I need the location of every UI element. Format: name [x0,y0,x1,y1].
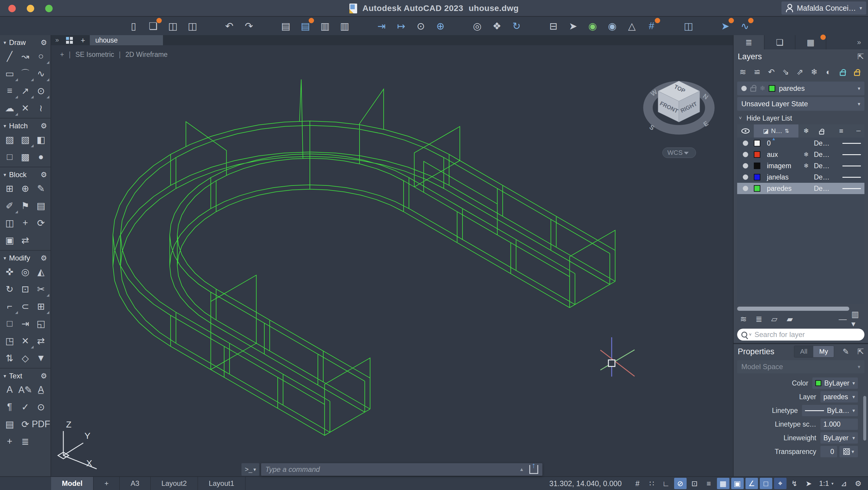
history-up-icon[interactable]: ▲ [519,467,524,472]
dynamic-input-icon[interactable]: ↯ [788,478,801,489]
selection-cycling-icon[interactable]: ▣ [731,478,744,489]
layout-grid-icon[interactable] [66,37,73,44]
object-snap-icon[interactable]: ⌖ [774,478,786,489]
vertical-scrollbar[interactable] [863,396,866,440]
point-style-icon[interactable]: ▼ [34,352,48,364]
transparency-pattern-button[interactable]: ▾ [839,446,858,457]
selection-dropdown[interactable]: Model Space ▾ [737,360,864,373]
array-icon[interactable]: ⊞ [34,300,48,313]
layer-search-input[interactable] [754,330,860,339]
update-text-icon[interactable]: ⟳ [18,418,32,430]
edit-properties-icon[interactable]: ✎ [842,347,849,356]
view-control[interactable]: SE Isometric [75,51,114,59]
customization-icon[interactable]: ⚙ [852,478,864,489]
create-block-icon[interactable]: ⊕ [18,182,32,195]
property-field-layer[interactable]: paredes▾ [820,391,858,402]
more-tools-icon[interactable]: + [2,435,17,448]
snap-mode-icon[interactable]: ∷ [646,478,658,489]
move-icon[interactable]: ✜ [2,265,17,278]
save-icon[interactable]: ◫ [164,19,181,33]
layer-color-swatch[interactable] [754,174,761,180]
attribute-table-icon[interactable]: ▤ [34,199,48,212]
fillet-icon[interactable]: ⌐ [2,300,17,313]
angle-tracking-icon[interactable]: ∠ [745,478,758,489]
write-block-icon[interactable]: ◫ [2,217,17,229]
add-layout-tab[interactable]: + [94,477,120,490]
ellipse-icon[interactable]: ⊙ [34,85,48,97]
transparency-icon[interactable]: ▦ [717,478,730,489]
measure-icon[interactable]: △ [623,19,641,33]
filter-all-button[interactable]: All [794,346,813,357]
section-collapse-icon[interactable]: ▾ [4,123,6,129]
plot-icon[interactable]: ▤ [277,19,294,33]
layer-color-swatch[interactable] [754,163,761,169]
user-account-button[interactable]: Mafalda Concei… ▾ [781,1,866,15]
join-icon[interactable]: ⇄ [34,335,48,347]
spell-check-icon[interactable]: ✓ [18,401,32,413]
rectangle-icon[interactable]: ▭ [2,67,17,80]
layout2-tab[interactable]: Layout2 [151,477,198,490]
dimension-icon[interactable]: ↗ [18,85,32,97]
share-icon[interactable]: ➤ [717,19,734,33]
quick-select-icon[interactable]: ➤ [564,19,582,33]
layer-lock-icon[interactable] [836,66,849,78]
tool-palettes-icon[interactable]: ⊟ [545,19,562,33]
drawing-compare-icon[interactable]: ◫ [680,19,697,33]
section-settings-gear-icon[interactable]: ⚙ [40,254,47,262]
undo-icon[interactable]: ↶ [221,19,238,33]
layer-freeze-icon[interactable]: ❄ [798,162,814,169]
hatch-edit-icon[interactable]: ▧ [18,133,32,146]
annotation-visibility-icon[interactable]: ➤ [803,478,815,489]
revision-cloud-icon[interactable]: ☁ [2,102,17,114]
section-settings-gear-icon[interactable]: ⚙ [40,122,47,130]
isometric-drafting-icon[interactable]: ⊡ [688,478,701,489]
layer-on-dot[interactable] [743,186,748,191]
layer-previous-icon[interactable]: ↶ [765,66,778,78]
popout-icon[interactable]: ⇱ [857,347,864,356]
pdf-text-icon[interactable]: PDF [34,418,48,430]
viewcube[interactable]: TOP FRONT RIGHT W N S E WCS [648,81,710,158]
block-tag-icon[interactable]: ⚑ [18,199,32,212]
select-objects-icon[interactable]: ⊡ [18,283,32,295]
tag-icon[interactable]: ● [34,151,48,163]
layer-off-icon[interactable]: ◐ [822,66,835,78]
save-as-icon[interactable]: ◫ [184,19,201,33]
geographic-location-icon[interactable]: ◉ [584,19,601,33]
extend-icon[interactable]: ⇥ [18,317,32,330]
collapse-icon[interactable]: — [836,313,849,325]
layer-on-dot[interactable] [743,174,748,180]
layer-row-janelas[interactable]: janelasDe… [737,171,864,183]
import-icon[interactable]: ⇥ [373,19,390,33]
section-collapse-icon[interactable]: ▾ [4,172,6,178]
section-collapse-icon[interactable]: ▾ [4,373,6,379]
invert-icon[interactable]: ⇅ [2,352,17,364]
property-field-linetype[interactable]: ByLa…▾ [802,405,858,416]
share-command-icon[interactable] [529,465,538,474]
schedule-palette-tab[interactable]: ▦ [796,35,826,50]
xref-palette-tab[interactable]: ❏ [765,35,796,50]
layer-settings-icon[interactable]: ≣ [752,313,766,325]
layer-color-swatch[interactable] [754,185,761,192]
tab-overflow-icon[interactable]: » [51,36,63,44]
open-file-icon[interactable]: ❏ [145,19,162,33]
column-visibility[interactable] [737,128,754,134]
page-setup-icon[interactable]: ▥ [316,19,334,33]
insert-block-icon[interactable]: ⊞ [2,182,17,195]
mirror-icon[interactable]: ◭ [34,265,48,278]
model-viewport[interactable]: TOP FRONT RIGHT W N S E WCS Z Y X [51,35,733,476]
break-icon[interactable]: ✕ [18,335,32,347]
solid-hatch-icon[interactable]: ▩ [18,151,32,163]
layer-group-icon[interactable]: ▱ [768,313,781,325]
section-settings-gear-icon[interactable]: ⚙ [40,38,47,47]
layer-row-imagem[interactable]: imagem❄De… [737,160,864,171]
save-to-web-icon[interactable]: ⊕ [432,19,449,33]
zoom-window-icon[interactable]: ◎ [469,19,486,33]
pan-icon[interactable]: ❖ [488,19,505,33]
export-icon[interactable]: ↦ [393,19,410,33]
boundary-icon[interactable]: □ [2,151,17,163]
isolate-objects-icon[interactable]: ◉ [603,19,621,33]
replace-block-icon[interactable]: ⇄ [18,234,32,247]
scale-icon[interactable]: ◳ [2,335,17,347]
section-collapse-icon[interactable]: ▾ [4,39,6,46]
layer-state-dropdown[interactable]: Unsaved Layer State ▾ [737,97,864,111]
